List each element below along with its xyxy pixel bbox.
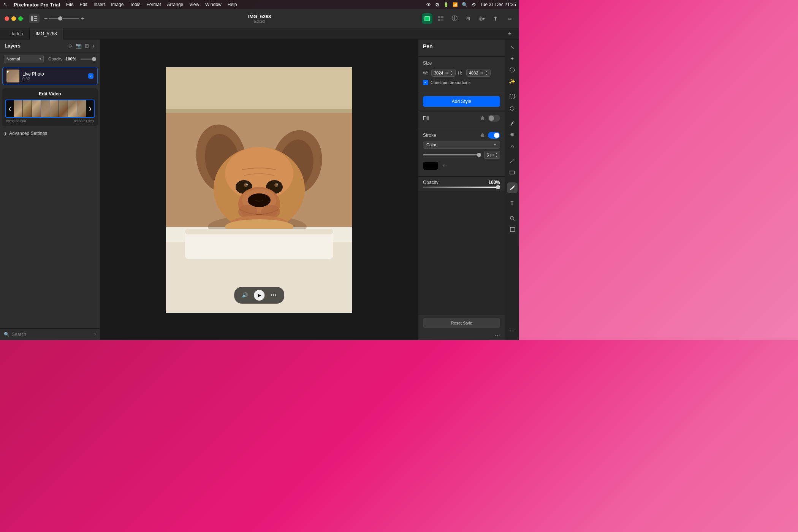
- stroke-size-input[interactable]: 5 px ▲ ▼: [484, 151, 500, 159]
- menu-insert[interactable]: Insert: [93, 2, 105, 7]
- stroke-label: Stroke: [423, 133, 477, 138]
- tool-text[interactable]: T: [507, 198, 518, 208]
- menu-help[interactable]: Help: [228, 2, 237, 7]
- menu-view[interactable]: View: [189, 2, 199, 7]
- tool-cursor[interactable]: ↖: [507, 42, 518, 52]
- menubar-siri-icon[interactable]: ⚙: [472, 2, 476, 8]
- width-decrement-icon[interactable]: ▼: [450, 73, 453, 76]
- advanced-settings-toggle[interactable]: ❯ Advanced Settings: [4, 131, 96, 136]
- width-stepper[interactable]: ▲ ▼: [450, 70, 453, 76]
- stroke-color-swatch[interactable]: [423, 161, 438, 170]
- timeline-frame-7: [68, 100, 77, 117]
- zoom-slider[interactable]: [49, 18, 79, 19]
- layers-stack-icon[interactable]: ⊞: [85, 43, 89, 49]
- svg-rect-11: [166, 67, 352, 113]
- menu-window[interactable]: Window: [205, 2, 222, 7]
- menubar-datetime: Tue 31 Dec 21:35: [480, 2, 516, 7]
- tool-blur[interactable]: [507, 129, 518, 140]
- minimize-button[interactable]: [11, 16, 16, 21]
- sidebar-toggle-button[interactable]: [29, 14, 40, 23]
- layers-add-icon[interactable]: +: [92, 43, 95, 49]
- tool-dodge[interactable]: [507, 141, 518, 151]
- zoom-out-button[interactable]: −: [44, 15, 48, 22]
- apple-menu[interactable]: ↖: [3, 2, 8, 8]
- fullscreen-button[interactable]: [18, 16, 23, 21]
- height-stepper[interactable]: ▲ ▼: [485, 70, 488, 76]
- canvas-area: 🔊 ▶ •••: [100, 40, 418, 340]
- menu-tools[interactable]: Tools: [130, 2, 141, 7]
- tool-paint[interactable]: [507, 118, 518, 128]
- toolbar-share-icon[interactable]: ⬆: [490, 13, 501, 24]
- menu-file[interactable]: File: [66, 2, 73, 7]
- layers-camera-icon[interactable]: 📷: [76, 43, 82, 49]
- stroke-type-dropdown[interactable]: Color ▼: [423, 141, 500, 149]
- blend-mode-value[interactable]: Normal: [4, 55, 44, 63]
- stroke-toggle[interactable]: [488, 132, 500, 139]
- height-input[interactable]: 4032 px ▲ ▼: [466, 69, 491, 77]
- menu-format[interactable]: Format: [147, 2, 161, 7]
- opacity-slider[interactable]: [81, 59, 96, 60]
- close-button[interactable]: [5, 16, 9, 21]
- tool-transform[interactable]: [507, 224, 518, 235]
- tool-zoom[interactable]: [507, 213, 518, 223]
- advanced-settings-label: Advanced Settings: [9, 131, 47, 136]
- stroke-decrement-icon[interactable]: ▼: [495, 155, 498, 158]
- pen-title: Pen: [423, 43, 500, 49]
- sound-button[interactable]: 🔊: [242, 292, 248, 298]
- width-increment-icon[interactable]: ▲: [450, 70, 453, 73]
- stroke-width-slider[interactable]: [423, 154, 481, 155]
- width-input[interactable]: 3024 px ▲ ▼: [431, 69, 456, 77]
- toolbar-layout-icon[interactable]: ▭: [504, 13, 515, 24]
- tool-rect-select[interactable]: [507, 91, 518, 102]
- fill-delete-icon[interactable]: 🗑: [480, 116, 485, 121]
- add-style-button[interactable]: Add Style: [423, 96, 500, 107]
- search-help-icon[interactable]: ?: [94, 332, 96, 337]
- tool-line[interactable]: [507, 156, 518, 166]
- timeline-next-button[interactable]: ❯: [86, 100, 94, 117]
- reset-style-button[interactable]: Reset Style: [423, 318, 500, 328]
- toolbar-pixelate-icon[interactable]: [435, 13, 446, 24]
- tool-lasso[interactable]: [507, 103, 518, 113]
- tab-jaden[interactable]: Jaden: [5, 28, 30, 40]
- svg-point-50: [510, 231, 511, 232]
- timeline-prev-button[interactable]: ❮: [6, 100, 14, 117]
- video-timeline[interactable]: ❮ ❯: [5, 100, 95, 118]
- stroke-stepper[interactable]: ▲ ▼: [495, 152, 498, 158]
- constrain-proportions-checkbox[interactable]: ✓: [423, 80, 428, 85]
- stroke-delete-icon[interactable]: 🗑: [480, 133, 485, 138]
- menu-image[interactable]: Image: [111, 2, 124, 7]
- search-input[interactable]: [12, 332, 92, 337]
- advanced-settings-section: ❯ Advanced Settings: [0, 128, 100, 139]
- tab-img5268[interactable]: IMG_5268: [30, 28, 63, 40]
- height-decrement-icon[interactable]: ▼: [485, 73, 488, 76]
- tool-more-button[interactable]: ⋯: [507, 326, 518, 336]
- toolbar-duplicate-icon[interactable]: ⊞: [463, 13, 473, 24]
- layer-visibility-checkbox[interactable]: ✓: [88, 73, 93, 79]
- tool-circle-select[interactable]: [507, 65, 518, 75]
- opacity-slider[interactable]: [423, 187, 500, 188]
- layer-live-photo[interactable]: ▶ Live Photo 0:02 ✓: [2, 67, 98, 85]
- menu-arrange[interactable]: Arrange: [167, 2, 184, 7]
- tool-magic-select[interactable]: ✨: [507, 76, 518, 87]
- toolbar-color-icon[interactable]: [422, 13, 432, 24]
- more-options-button[interactable]: •••: [271, 293, 277, 298]
- layers-emoji-icon[interactable]: ☺: [68, 43, 73, 49]
- menubar-search-icon[interactable]: 🔍: [462, 2, 468, 8]
- tool-rect[interactable]: [507, 167, 518, 178]
- zoom-in-button[interactable]: +: [81, 15, 84, 22]
- stroke-increment-icon[interactable]: ▲: [495, 152, 498, 155]
- blend-mode-selector[interactable]: Normal ▼: [4, 55, 44, 63]
- tool-magic-wand[interactable]: ✦: [507, 53, 518, 64]
- menu-edit[interactable]: Edit: [79, 2, 87, 7]
- tool-pen[interactable]: [507, 182, 518, 193]
- toolbar-info-icon[interactable]: ⓘ: [449, 13, 460, 24]
- toolbar-arrange-icon[interactable]: ◎▾: [477, 13, 487, 24]
- color-picker-icon[interactable]: ✏: [440, 162, 449, 170]
- panel-more-button[interactable]: ⋯: [495, 332, 500, 339]
- fill-toggle[interactable]: [488, 115, 500, 122]
- tab-add-button[interactable]: +: [505, 30, 515, 37]
- height-increment-icon[interactable]: ▲: [485, 70, 488, 73]
- app-name[interactable]: Pixelmator Pro Trial: [14, 2, 60, 8]
- play-button[interactable]: ▶: [254, 290, 264, 301]
- window-controls: [5, 16, 23, 21]
